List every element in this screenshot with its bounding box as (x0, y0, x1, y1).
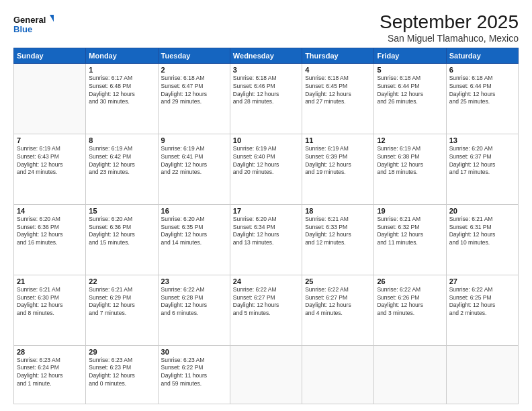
calendar-cell: 27Sunrise: 6:22 AMSunset: 6:25 PMDayligh… (446, 275, 518, 345)
day-number: 4 (305, 66, 371, 74)
calendar-day-header: Wednesday (230, 48, 302, 63)
calendar-cell: 28Sunrise: 6:23 AMSunset: 6:24 PMDayligh… (14, 345, 86, 404)
title-block: September 2025 San Miguel Tlamahuco, Mex… (380, 12, 519, 44)
calendar-week-row: 28Sunrise: 6:23 AMSunset: 6:24 PMDayligh… (14, 345, 519, 404)
day-info: Sunrise: 6:17 AMSunset: 6:48 PMDaylight:… (89, 75, 154, 107)
calendar-cell (446, 345, 518, 404)
day-number: 2 (161, 66, 227, 74)
day-number: 15 (89, 207, 154, 215)
page: General Blue September 2025 San Miguel T… (0, 0, 532, 411)
day-info: Sunrise: 6:22 AMSunset: 6:26 PMDaylight:… (377, 286, 443, 318)
calendar-cell (14, 63, 86, 134)
day-info: Sunrise: 6:19 AMSunset: 6:42 PMDaylight:… (89, 145, 154, 177)
calendar-cell: 22Sunrise: 6:21 AMSunset: 6:29 PMDayligh… (86, 275, 158, 345)
svg-text:Blue: Blue (13, 24, 32, 34)
calendar-cell: 11Sunrise: 6:19 AMSunset: 6:39 PMDayligh… (302, 134, 374, 204)
day-info: Sunrise: 6:21 AMSunset: 6:29 PMDaylight:… (89, 286, 154, 318)
day-info: Sunrise: 6:22 AMSunset: 6:27 PMDaylight:… (233, 286, 299, 318)
calendar-day-header: Monday (86, 48, 158, 63)
day-number: 29 (89, 348, 154, 356)
day-info: Sunrise: 6:22 AMSunset: 6:27 PMDaylight:… (305, 286, 371, 318)
day-number: 3 (233, 66, 299, 74)
calendar-cell: 23Sunrise: 6:22 AMSunset: 6:28 PMDayligh… (158, 275, 230, 345)
day-info: Sunrise: 6:19 AMSunset: 6:41 PMDaylight:… (161, 145, 227, 177)
day-info: Sunrise: 6:21 AMSunset: 6:33 PMDaylight:… (305, 216, 371, 248)
day-info: Sunrise: 6:18 AMSunset: 6:47 PMDaylight:… (161, 75, 227, 107)
day-number: 17 (233, 207, 299, 215)
day-number: 5 (377, 66, 443, 74)
calendar-cell: 19Sunrise: 6:21 AMSunset: 6:32 PMDayligh… (374, 204, 446, 275)
day-info: Sunrise: 6:18 AMSunset: 6:44 PMDaylight:… (449, 75, 515, 107)
day-number: 12 (377, 136, 443, 144)
calendar-week-row: 7Sunrise: 6:19 AMSunset: 6:43 PMDaylight… (14, 134, 519, 204)
day-number: 1 (89, 66, 154, 74)
calendar-cell: 21Sunrise: 6:21 AMSunset: 6:30 PMDayligh… (14, 275, 86, 345)
calendar-cell: 7Sunrise: 6:19 AMSunset: 6:43 PMDaylight… (14, 134, 86, 204)
logo-svg: General Blue (13, 12, 54, 36)
day-number: 23 (161, 277, 227, 285)
day-info: Sunrise: 6:22 AMSunset: 6:28 PMDaylight:… (161, 286, 227, 318)
day-info: Sunrise: 6:18 AMSunset: 6:44 PMDaylight:… (377, 75, 443, 107)
calendar-cell: 12Sunrise: 6:19 AMSunset: 6:38 PMDayligh… (374, 134, 446, 204)
calendar-cell: 24Sunrise: 6:22 AMSunset: 6:27 PMDayligh… (230, 275, 302, 345)
day-number: 9 (161, 136, 227, 144)
day-info: Sunrise: 6:23 AMSunset: 6:22 PMDaylight:… (161, 357, 227, 389)
day-number: 21 (17, 277, 83, 285)
day-info: Sunrise: 6:22 AMSunset: 6:25 PMDaylight:… (449, 286, 515, 318)
day-info: Sunrise: 6:18 AMSunset: 6:45 PMDaylight:… (305, 75, 371, 107)
day-number: 19 (377, 207, 443, 215)
calendar-week-row: 21Sunrise: 6:21 AMSunset: 6:30 PMDayligh… (14, 275, 519, 345)
main-title: September 2025 (380, 12, 519, 33)
calendar-day-header: Thursday (302, 48, 374, 63)
calendar-cell: 17Sunrise: 6:20 AMSunset: 6:34 PMDayligh… (230, 204, 302, 275)
day-info: Sunrise: 6:19 AMSunset: 6:38 PMDaylight:… (377, 145, 443, 177)
day-info: Sunrise: 6:20 AMSunset: 6:35 PMDaylight:… (161, 216, 227, 248)
calendar-cell: 14Sunrise: 6:20 AMSunset: 6:36 PMDayligh… (14, 204, 86, 275)
day-info: Sunrise: 6:21 AMSunset: 6:32 PMDaylight:… (377, 216, 443, 248)
calendar-week-row: 14Sunrise: 6:20 AMSunset: 6:36 PMDayligh… (14, 204, 519, 275)
calendar-cell: 5Sunrise: 6:18 AMSunset: 6:44 PMDaylight… (374, 63, 446, 134)
day-info: Sunrise: 6:20 AMSunset: 6:34 PMDaylight:… (233, 216, 299, 248)
day-number: 14 (17, 207, 83, 215)
calendar-cell (302, 345, 374, 404)
day-info: Sunrise: 6:19 AMSunset: 6:40 PMDaylight:… (233, 145, 299, 177)
day-number: 30 (161, 348, 227, 356)
calendar-day-header: Friday (374, 48, 446, 63)
calendar-cell: 1Sunrise: 6:17 AMSunset: 6:48 PMDaylight… (86, 63, 158, 134)
calendar-cell: 13Sunrise: 6:20 AMSunset: 6:37 PMDayligh… (446, 134, 518, 204)
svg-marker-2 (50, 15, 54, 24)
svg-text:General: General (13, 15, 46, 25)
day-number: 25 (305, 277, 371, 285)
day-info: Sunrise: 6:21 AMSunset: 6:30 PMDaylight:… (17, 286, 83, 318)
day-number: 7 (17, 136, 83, 144)
day-number: 27 (449, 277, 515, 285)
day-number: 8 (89, 136, 154, 144)
calendar-cell: 29Sunrise: 6:23 AMSunset: 6:23 PMDayligh… (86, 345, 158, 404)
calendar-cell: 2Sunrise: 6:18 AMSunset: 6:47 PMDaylight… (158, 63, 230, 134)
calendar-week-row: 1Sunrise: 6:17 AMSunset: 6:48 PMDaylight… (14, 63, 519, 134)
calendar-day-header: Saturday (446, 48, 518, 63)
day-info: Sunrise: 6:21 AMSunset: 6:31 PMDaylight:… (449, 216, 515, 248)
day-number: 22 (89, 277, 154, 285)
calendar-cell: 4Sunrise: 6:18 AMSunset: 6:45 PMDaylight… (302, 63, 374, 134)
calendar-cell: 15Sunrise: 6:20 AMSunset: 6:36 PMDayligh… (86, 204, 158, 275)
day-number: 10 (233, 136, 299, 144)
day-number: 16 (161, 207, 227, 215)
day-info: Sunrise: 6:20 AMSunset: 6:36 PMDaylight:… (17, 216, 83, 248)
calendar-cell: 30Sunrise: 6:23 AMSunset: 6:22 PMDayligh… (158, 345, 230, 404)
calendar-cell: 8Sunrise: 6:19 AMSunset: 6:42 PMDaylight… (86, 134, 158, 204)
day-number: 6 (449, 66, 515, 74)
day-number: 28 (17, 348, 83, 356)
day-number: 11 (305, 136, 371, 144)
calendar-cell: 25Sunrise: 6:22 AMSunset: 6:27 PMDayligh… (302, 275, 374, 345)
calendar-table: SundayMondayTuesdayWednesdayThursdayFrid… (13, 48, 519, 404)
day-info: Sunrise: 6:20 AMSunset: 6:37 PMDaylight:… (449, 145, 515, 177)
header: General Blue September 2025 San Miguel T… (13, 12, 519, 44)
calendar-cell (374, 345, 446, 404)
calendar-cell: 10Sunrise: 6:19 AMSunset: 6:40 PMDayligh… (230, 134, 302, 204)
logo: General Blue (13, 12, 54, 36)
day-info: Sunrise: 6:19 AMSunset: 6:39 PMDaylight:… (305, 145, 371, 177)
day-number: 20 (449, 207, 515, 215)
day-info: Sunrise: 6:20 AMSunset: 6:36 PMDaylight:… (89, 216, 154, 248)
day-info: Sunrise: 6:18 AMSunset: 6:46 PMDaylight:… (233, 75, 299, 107)
